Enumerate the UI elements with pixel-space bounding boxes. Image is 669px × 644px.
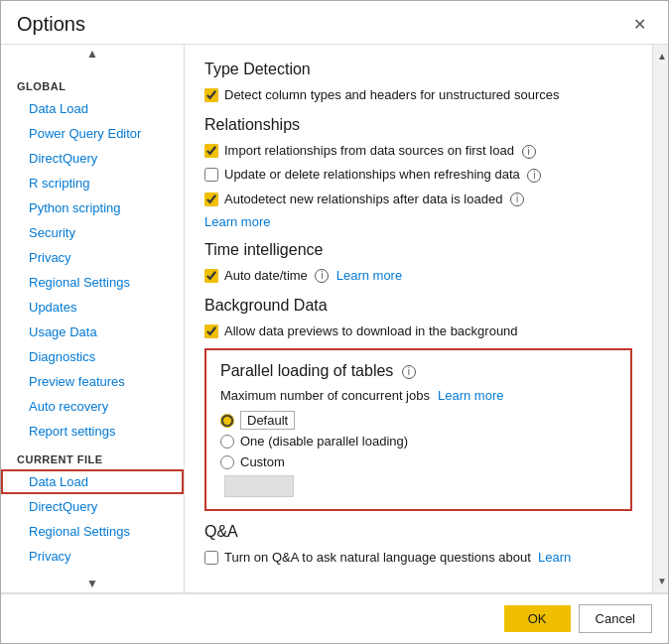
sidebar-scroll-area: GLOBAL Data Load Power Query Editor Dire…: [1, 63, 184, 575]
cancel-button[interactable]: Cancel: [579, 604, 652, 633]
type-detection-title: Type Detection: [204, 61, 632, 78]
type-detection-checkbox[interactable]: [204, 88, 218, 102]
qanda-option1-label: Turn on Q&A to ask natural language ques…: [224, 549, 571, 567]
main-scroll-arrows: ▲ ▼: [652, 45, 668, 592]
dialog-body: ▲ GLOBAL Data Load Power Query Editor Di…: [1, 45, 668, 592]
sidebar-item-diagnostics[interactable]: Diagnostics: [1, 344, 184, 369]
sidebar-item-python-scripting[interactable]: Python scripting: [1, 195, 184, 220]
parallel-radio-default[interactable]: [220, 414, 234, 428]
max-jobs-row: Maximum number of concurrent jobs Learn …: [220, 388, 616, 403]
parallel-radio-one-label: One (disable parallel loading): [240, 434, 408, 449]
parallel-radio-default-label: Default: [240, 413, 295, 428]
qanda-option1-row: Turn on Q&A to ask natural language ques…: [204, 549, 632, 567]
sidebar-item-preview-features[interactable]: Preview features: [1, 369, 184, 394]
parallel-loading-learn-more-link[interactable]: Learn more: [438, 388, 503, 403]
main-content: Type Detection Detect column types and h…: [185, 45, 652, 592]
sidebar-item-directquery-current[interactable]: DirectQuery: [1, 494, 184, 519]
relationships-option3-label: Autodetect new relationships after data …: [224, 191, 524, 208]
sidebar-item-power-query-editor[interactable]: Power Query Editor: [1, 121, 184, 146]
sidebar-item-r-scripting[interactable]: R scripting: [1, 171, 184, 195]
background-data-checkbox[interactable]: [204, 324, 218, 338]
relationships-import-checkbox[interactable]: [204, 144, 218, 158]
relationships-option1-info-icon: i: [522, 145, 536, 159]
time-intelligence-info-icon: i: [315, 269, 329, 283]
sidebar-item-data-load-global[interactable]: Data Load: [1, 96, 184, 121]
sidebar-scroll-up-button[interactable]: ▲: [84, 45, 100, 63]
parallel-radio-custom-row: Custom: [220, 454, 616, 469]
close-button[interactable]: ✕: [627, 13, 652, 36]
sidebar-item-auto-recovery[interactable]: Auto recovery: [1, 394, 184, 419]
relationships-option2-row: Update or delete relationships when refr…: [204, 166, 632, 184]
default-box: Default: [240, 411, 295, 430]
parallel-radio-one-row: One (disable parallel loading): [220, 434, 616, 449]
background-data-title: Background Data: [204, 297, 632, 315]
parallel-custom-input[interactable]: [224, 475, 294, 497]
type-detection-option1-row: Detect column types and headers for unst…: [204, 86, 632, 104]
time-intelligence-option1-row: Auto date/time i Learn more: [204, 267, 632, 285]
qanda-section: Q&A Turn on Q&A to ask natural language …: [204, 523, 632, 567]
main-scroll-down-button[interactable]: ▼: [655, 574, 666, 588]
qanda-learn-link[interactable]: Learn: [538, 550, 571, 565]
current-file-section-label: CURRENT FILE: [1, 444, 184, 469]
relationships-option3-row: Autodetect new relationships after data …: [204, 191, 632, 208]
sidebar-item-data-load-current[interactable]: Data Load: [1, 469, 184, 494]
qanda-checkbox[interactable]: [204, 551, 218, 565]
relationships-title: Relationships: [204, 116, 632, 134]
background-data-option1-row: Allow data previews to download in the b…: [204, 322, 632, 340]
sidebar-item-security[interactable]: Security: [1, 220, 184, 245]
parallel-radio-one[interactable]: [220, 435, 234, 449]
sidebar-item-regional-settings-current[interactable]: Regional Settings: [1, 519, 184, 544]
parallel-loading-box: Parallel loading of tables i Maximum num…: [204, 348, 632, 511]
background-data-option1-label: Allow data previews to download in the b…: [224, 322, 518, 340]
sidebar-item-updates[interactable]: Updates: [1, 295, 184, 320]
ok-button[interactable]: OK: [504, 605, 571, 632]
sidebar-item-privacy-global[interactable]: Privacy: [1, 245, 184, 270]
relationships-option3-info-icon: i: [510, 193, 524, 206]
sidebar-item-regional-settings-global[interactable]: Regional Settings: [1, 270, 184, 295]
relationships-autodetect-checkbox[interactable]: [204, 193, 218, 206]
footer: OK Cancel: [1, 593, 668, 643]
parallel-radio-custom-label: Custom: [240, 454, 285, 469]
qanda-title: Q&A: [204, 523, 632, 541]
options-dialog: Options ✕ ▲ GLOBAL Data Load Power Query…: [0, 0, 669, 644]
parallel-radio-default-row: Default: [220, 413, 616, 428]
time-intelligence-option1-label: Auto date/time i Learn more: [224, 267, 402, 285]
relationships-option1-label: Import relationships from data sources o…: [224, 142, 536, 160]
sidebar-item-directquery-global[interactable]: DirectQuery: [1, 146, 184, 171]
relationships-option2-info-icon: i: [527, 169, 541, 183]
sidebar-item-usage-data[interactable]: Usage Data: [1, 320, 184, 344]
sidebar-item-report-settings[interactable]: Report settings: [1, 419, 184, 444]
relationships-update-checkbox[interactable]: [204, 168, 218, 182]
parallel-loading-title: Parallel loading of tables i: [220, 362, 616, 380]
time-intelligence-title: Time intelligence: [204, 241, 632, 259]
sidebar-scroll-top: ▲: [1, 45, 184, 63]
time-intelligence-checkbox[interactable]: [204, 269, 218, 283]
relationships-option1-row: Import relationships from data sources o…: [204, 142, 632, 160]
sidebar-item-privacy-current[interactable]: Privacy: [1, 544, 184, 569]
type-detection-option1-label: Detect column types and headers for unst…: [224, 86, 559, 104]
global-section-label: GLOBAL: [1, 70, 184, 96]
title-bar: Options ✕: [1, 1, 668, 44]
sidebar-scroll-down-button[interactable]: ▼: [84, 575, 100, 592]
parallel-radio-custom[interactable]: [220, 455, 234, 469]
parallel-loading-info-icon: i: [402, 365, 416, 379]
time-intelligence-learn-more-link[interactable]: Learn more: [336, 268, 402, 283]
sidebar: ▲ GLOBAL Data Load Power Query Editor Di…: [1, 45, 185, 592]
sidebar-scroll-bottom: ▼: [1, 575, 184, 592]
relationships-option2-label: Update or delete relationships when refr…: [224, 166, 541, 184]
main-scroll-up-button[interactable]: ▲: [655, 49, 666, 64]
max-jobs-label: Maximum number of concurrent jobs: [220, 388, 430, 403]
dialog-title: Options: [17, 13, 85, 36]
relationships-learn-more-link[interactable]: Learn more: [204, 214, 270, 229]
